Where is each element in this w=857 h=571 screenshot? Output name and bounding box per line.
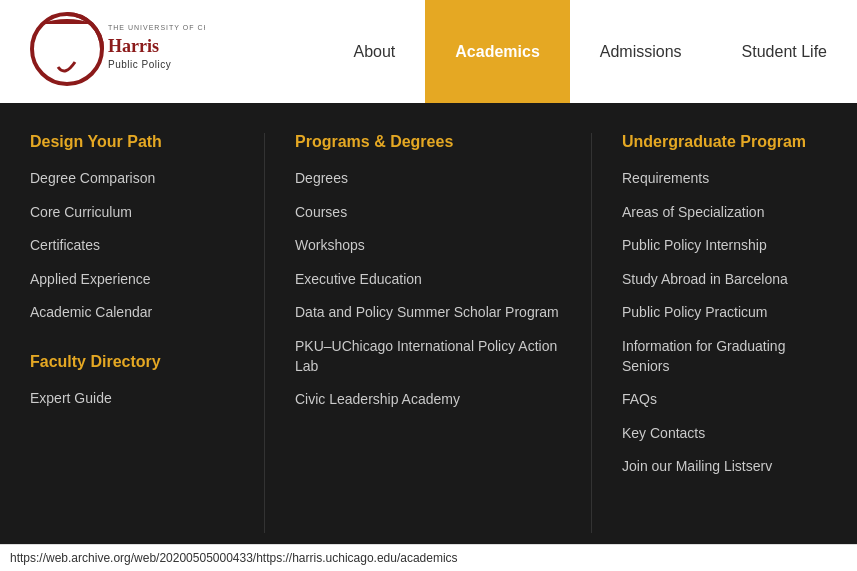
link-data-policy-summer[interactable]: Data and Policy Summer Scholar Program [295, 303, 561, 323]
col-title-undergraduate: Undergraduate Program [622, 133, 827, 151]
link-civic-leadership[interactable]: Civic Leadership Academy [295, 390, 561, 410]
link-info-graduating-seniors[interactable]: Information for Graduating Seniors [622, 337, 827, 376]
link-study-abroad[interactable]: Study Abroad in Barcelona [622, 270, 827, 290]
link-academic-calendar[interactable]: Academic Calendar [30, 303, 234, 323]
status-bar: https://web.archive.org/web/202005050004… [0, 544, 857, 563]
link-pku-uchicago[interactable]: PKU–UChicago International Policy Action… [295, 337, 561, 376]
link-faqs[interactable]: FAQs [622, 390, 827, 410]
col-title-design: Design Your Path [30, 133, 234, 151]
svg-text:THE UNIVERSITY OF CHICAGO: THE UNIVERSITY OF CHICAGO [108, 24, 205, 31]
link-degree-comparison[interactable]: Degree Comparison [30, 169, 234, 189]
col-title-programs: Programs & Degrees [295, 133, 561, 151]
nav-admissions[interactable]: Admissions [570, 0, 712, 103]
link-public-policy-internship[interactable]: Public Policy Internship [622, 236, 827, 256]
link-requirements[interactable]: Requirements [622, 169, 827, 189]
col-design-your-path: Design Your Path Degree Comparison Core … [0, 133, 265, 533]
link-key-contacts[interactable]: Key Contacts [622, 424, 827, 444]
nav-about[interactable]: About [323, 0, 425, 103]
logo-area: THE UNIVERSITY OF CHICAGO Harris Public … [0, 12, 205, 91]
main-nav: About Academics Admissions Student Life [323, 0, 857, 103]
svg-text:Harris: Harris [108, 36, 159, 56]
status-url: https://web.archive.org/web/202005050004… [10, 551, 458, 563]
col-undergraduate: Undergraduate Program Requirements Areas… [592, 133, 857, 533]
svg-text:Public Policy: Public Policy [108, 59, 171, 70]
link-areas-specialization[interactable]: Areas of Specialization [622, 203, 827, 223]
col-title-faculty: Faculty Directory [30, 353, 234, 371]
harris-logo: THE UNIVERSITY OF CHICAGO Harris Public … [30, 12, 205, 87]
link-courses[interactable]: Courses [295, 203, 561, 223]
academics-dropdown: Design Your Path Degree Comparison Core … [0, 103, 857, 563]
link-degrees[interactable]: Degrees [295, 169, 561, 189]
nav-student-life[interactable]: Student Life [712, 0, 857, 103]
nav-academics[interactable]: Academics [425, 0, 570, 103]
link-core-curriculum[interactable]: Core Curriculum [30, 203, 234, 223]
col-programs-degrees: Programs & Degrees Degrees Courses Works… [265, 133, 592, 533]
header: THE UNIVERSITY OF CHICAGO Harris Public … [0, 0, 857, 103]
link-certificates[interactable]: Certificates [30, 236, 234, 256]
link-mailing-listserv[interactable]: Join our Mailing Listserv [622, 457, 827, 477]
link-public-policy-practicum[interactable]: Public Policy Practicum [622, 303, 827, 323]
link-applied-experience[interactable]: Applied Experience [30, 270, 234, 290]
link-expert-guide[interactable]: Expert Guide [30, 389, 234, 409]
link-executive-education[interactable]: Executive Education [295, 270, 561, 290]
link-workshops[interactable]: Workshops [295, 236, 561, 256]
